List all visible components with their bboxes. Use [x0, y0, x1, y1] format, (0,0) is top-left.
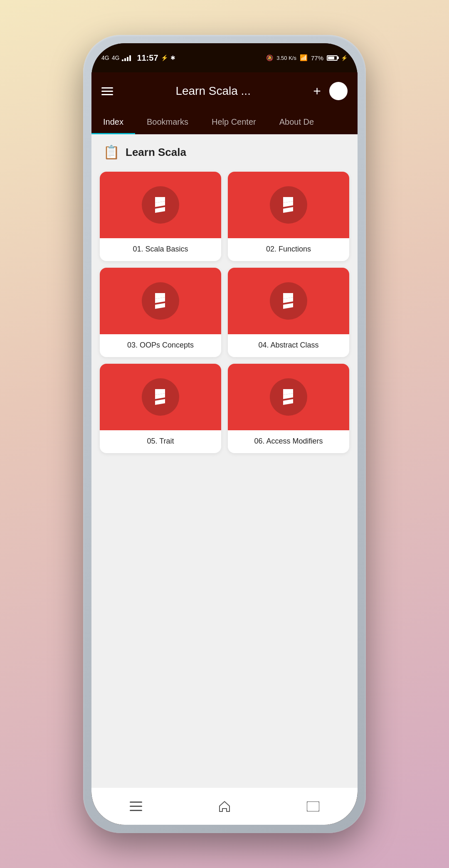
- course-label-3: 03. OOPs Concepts: [100, 334, 221, 357]
- svg-rect-2: [130, 810, 142, 811]
- scala-logo-circle-4: [270, 282, 307, 320]
- card-image-2: [228, 172, 349, 238]
- nav-home-button[interactable]: [212, 794, 237, 819]
- course-card-3[interactable]: 03. OOPs Concepts: [100, 268, 221, 357]
- card-image-3: [100, 268, 221, 334]
- course-label-5: 05. Trait: [100, 430, 221, 453]
- scala-logo-circle-1: [142, 186, 179, 224]
- scala-logo-5: [149, 386, 172, 408]
- avatar[interactable]: [329, 82, 348, 100]
- status-right: 🔕 3.50 K/s 📶 77% ⚡: [266, 54, 348, 62]
- scala-logo-circle-3: [142, 282, 179, 320]
- nav-menu-button[interactable]: [123, 794, 148, 819]
- settings-icon: ✱: [170, 54, 175, 61]
- bottom-nav: [91, 787, 358, 825]
- phone-device: 4G 4G 11:57 ⚡ ✱ 🔕 3.50 K/s 📶 77%: [83, 35, 366, 833]
- course-label-2: 02. Functions: [228, 238, 349, 261]
- volume-off-icon: 🔕: [266, 54, 273, 61]
- scala-logo-6: [277, 386, 300, 408]
- course-card-4[interactable]: 04. Abstract Class: [228, 268, 349, 357]
- scala-logo-4: [277, 290, 300, 312]
- charging-icon: ⚡: [341, 55, 348, 61]
- battery-icon: [327, 55, 338, 61]
- status-bar: 4G 4G 11:57 ⚡ ✱ 🔕 3.50 K/s 📶 77%: [91, 43, 358, 72]
- wifi-icon: 📶: [300, 54, 308, 62]
- section-title: Learn Scala: [126, 146, 186, 159]
- app-title: Learn Scala ...: [121, 84, 305, 98]
- app-bar: Learn Scala ... +: [91, 72, 358, 110]
- card-image-4: [228, 268, 349, 334]
- course-card-2[interactable]: 02. Functions: [228, 172, 349, 261]
- scala-logo-1: [149, 194, 172, 216]
- tab-help-center[interactable]: Help Center: [200, 110, 268, 134]
- book-icon: 📋: [103, 144, 120, 160]
- back-icon: [307, 801, 319, 811]
- scala-logo-2: [277, 194, 300, 216]
- courses-grid: 01. Scala Basics: [91, 168, 358, 461]
- speed-label: 3.50 K/s: [276, 55, 296, 61]
- tab-index[interactable]: Index: [91, 110, 135, 134]
- main-content: 📋 Learn Scala: [91, 134, 358, 787]
- card-image-5: [100, 364, 221, 430]
- scala-logo-circle-2: [270, 186, 307, 224]
- phone-content: Learn Scala ... + Index Bookmarks Help C…: [91, 72, 358, 825]
- scala-logo-circle-6: [270, 378, 307, 416]
- card-image-6: [228, 364, 349, 430]
- course-card-6[interactable]: 06. Access Modifiers: [228, 364, 349, 453]
- course-label-1: 01. Scala Basics: [100, 238, 221, 261]
- tab-bookmarks[interactable]: Bookmarks: [135, 110, 200, 134]
- network2-label: 4G: [112, 54, 120, 61]
- battery-pct-label: 77%: [311, 54, 323, 62]
- course-label-4: 04. Abstract Class: [228, 334, 349, 357]
- scala-logo-circle-5: [142, 378, 179, 416]
- svg-rect-0: [130, 801, 142, 803]
- signal-icon: [122, 54, 131, 61]
- card-image-1: [100, 172, 221, 238]
- usb-icon: ⚡: [161, 54, 168, 61]
- phone-screen: 4G 4G 11:57 ⚡ ✱ 🔕 3.50 K/s 📶 77%: [91, 43, 358, 825]
- home-icon: [218, 800, 231, 813]
- time-label: 11:57: [137, 53, 158, 63]
- course-label-6: 06. Access Modifiers: [228, 430, 349, 453]
- hamburger-menu-button[interactable]: [101, 87, 113, 95]
- svg-rect-1: [130, 806, 142, 807]
- scala-logo-3: [149, 290, 172, 312]
- tabs-bar: Index Bookmarks Help Center About De: [91, 110, 358, 134]
- menu-icon: [130, 801, 142, 811]
- network1-label: 4G: [101, 54, 109, 61]
- svg-rect-3: [307, 801, 319, 811]
- tab-about[interactable]: About De: [268, 110, 326, 134]
- add-button[interactable]: +: [313, 84, 321, 98]
- status-left: 4G 4G 11:57 ⚡ ✱: [101, 53, 175, 63]
- course-card-1[interactable]: 01. Scala Basics: [100, 172, 221, 261]
- section-header: 📋 Learn Scala: [91, 134, 358, 168]
- nav-back-button[interactable]: [301, 794, 326, 819]
- course-card-5[interactable]: 05. Trait: [100, 364, 221, 453]
